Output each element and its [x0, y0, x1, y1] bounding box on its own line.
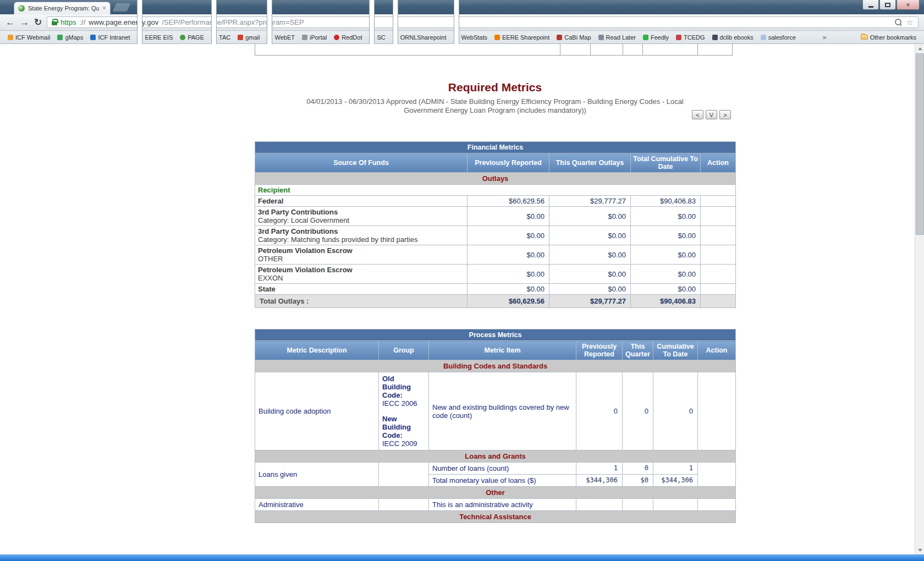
group-new-code: New Building Code: IECC 2009: [382, 415, 425, 448]
group-old-label: Old Building Code:: [382, 375, 417, 399]
action-cell: [701, 196, 736, 207]
quarter-outlays-value: $0.00: [549, 207, 631, 226]
scroll-down-button[interactable]: [915, 546, 924, 554]
window-controls: ×: [862, 0, 920, 10]
iportal-icon: [302, 35, 307, 40]
search-icon[interactable]: [895, 19, 902, 26]
action-cell: [698, 499, 736, 511]
group-new-label: New Building Code:: [382, 415, 417, 439]
bookmark-item[interactable]: Read Later: [595, 33, 639, 42]
row-sublabel: Category: Local Government: [258, 216, 464, 224]
fragment-cell: [697, 44, 733, 56]
bookmark-item[interactable]: TCEDG: [673, 33, 708, 42]
metric-item: Total monetary value of loans ($): [429, 475, 576, 487]
col-source-of-funds: Source Of Funds: [255, 153, 468, 173]
reddot-icon: [334, 35, 339, 40]
other-bookmarks-label: Other bookmarks: [870, 34, 916, 41]
scrollbar-thumb[interactable]: [916, 53, 924, 235]
table-row: Building code adoption Old Building Code…: [255, 372, 736, 450]
bookmark-label: Read Later: [606, 34, 636, 41]
prev-reported-value: $0.00: [468, 245, 549, 265]
bookmarks-overflow-chevron[interactable]: »: [819, 33, 829, 41]
this-quarter-value: 0: [623, 372, 653, 450]
prev-reported-value: [576, 499, 623, 511]
page-viewport: Required Metrics 04/01/2013 - 06/30/2013…: [0, 44, 924, 554]
row-label: State: [258, 285, 464, 293]
table-row: 3rd Party Contributions Category: Matchi…: [255, 226, 736, 245]
bookmark-star-icon[interactable]: ☆: [906, 18, 914, 26]
col-metric-item: Metric Item: [429, 341, 576, 360]
metric-item: Number of loans (count): [429, 463, 576, 475]
tab-title: State Energy Program: Quar: [28, 5, 99, 12]
cumulative-value: $90,406.83: [631, 196, 701, 207]
bookmark-label: WebET: [274, 34, 294, 41]
col-total-cumulative: Total Cumulative To Date: [631, 153, 701, 173]
period-navigation: < V >: [692, 110, 731, 119]
tab-close-icon[interactable]: ×: [102, 5, 106, 12]
bookmark-item[interactable]: Feedly: [640, 33, 672, 42]
section-technical-assistance: Technical Assistance: [255, 511, 736, 523]
browser-tab[interactable]: State Energy Program: Quar ×: [14, 2, 111, 14]
bookmark-item[interactable]: ICF Webmail: [4, 33, 53, 42]
action-cell: [701, 295, 736, 308]
col-quarter-outlays: This Quarter Outlays: [549, 153, 631, 173]
col-cumulative-to-date: Cumulative To Date: [653, 341, 698, 360]
address-bar[interactable]: https :// www.page.energy.gov /SEP/Perfo…: [47, 16, 919, 28]
minimize-button[interactable]: [862, 0, 879, 10]
row-sublabel: OTHER: [258, 255, 464, 263]
maximize-button[interactable]: [879, 0, 896, 10]
bookmark-item[interactable]: ICF Intranet: [87, 33, 133, 42]
https-lock-icon: [52, 21, 57, 25]
bookmark-label: gmail: [245, 34, 260, 41]
cutoff-table-fragment: [255, 44, 735, 56]
financial-metrics-table: Financial Metrics Source Of Funds Previo…: [255, 141, 736, 308]
bookmark-label: dclib ebooks: [720, 34, 754, 41]
row-sublabel: Category: Matching funds provided by thi…: [258, 235, 464, 244]
bookmark-label: salesforce: [768, 34, 796, 41]
row-sublabel: EXXON: [258, 274, 464, 282]
group-new-value: IECC 2009: [382, 439, 425, 448]
cumulative-value: $0.00: [631, 284, 701, 295]
page-title: Required Metrics: [255, 81, 735, 94]
period-dropdown-button[interactable]: V: [706, 110, 717, 119]
close-button[interactable]: ×: [897, 0, 920, 10]
process-metrics-table: Process Metrics Metric Description Group…: [255, 329, 736, 523]
scroll-up-button[interactable]: [915, 44, 924, 53]
bookmarks-bar: ICF WebmailgMapsICF IntranetEERE EISPAGE…: [0, 31, 924, 44]
metric-description: Building code adoption: [255, 372, 379, 450]
bookmark-item[interactable]: gMaps: [54, 33, 86, 42]
vertical-scrollbar[interactable]: [915, 44, 924, 554]
bookmark-label: ORNLSharepoint: [400, 34, 447, 41]
cumulative-value: [653, 499, 698, 511]
previous-period-button[interactable]: <: [692, 110, 703, 119]
bookmark-item[interactable]: EERE Sharepoint: [491, 33, 553, 42]
new-tab-button[interactable]: [113, 3, 131, 12]
col-group: Group: [379, 341, 429, 360]
row-label: Petroleum Violation Escrow: [258, 246, 464, 255]
col-action: Action: [701, 153, 736, 173]
bookmark-item[interactable]: PAGE: [177, 33, 207, 42]
bookmark-item[interactable]: dclib ebooks: [709, 33, 757, 42]
bookmark-item[interactable]: iPortal: [299, 33, 330, 42]
bookmark-label: iPortal: [310, 34, 327, 41]
bookmark-item[interactable]: CaBi Map: [553, 33, 594, 42]
bookmark-label: WebStats: [461, 34, 488, 41]
bookmark-label: TAC: [219, 34, 230, 41]
gmail-icon: [238, 35, 243, 40]
this-quarter-value: [623, 499, 653, 511]
table-row: State $0.00 $0.00 $0.00: [255, 284, 736, 295]
bookmark-item[interactable]: RedDot: [331, 33, 365, 42]
other-bookmarks-button[interactable]: Other bookmarks: [857, 33, 920, 42]
quarter-outlays-value: $29,777.27: [549, 196, 631, 207]
next-period-button[interactable]: >: [719, 110, 731, 119]
report-period-block: 04/01/2013 - 06/30/2013 Approved (ADMIN …: [255, 97, 735, 115]
section-building-codes: Building Codes and Standards: [255, 360, 736, 372]
col-this-quarter: This Quarter: [623, 341, 653, 360]
bookmark-item[interactable]: gmail: [234, 33, 263, 42]
action-cell: [701, 284, 736, 295]
sharepoint-icon: [494, 35, 500, 40]
bookmark-label: ICF Intranet: [98, 34, 130, 41]
bookmark-item[interactable]: salesforce: [757, 33, 799, 42]
browser-window: State Energy Program: Quar × × ← → ↻ htt…: [0, 0, 924, 561]
table-row: Petroleum Violation Escrow EXXON $0.00 $…: [255, 265, 736, 284]
